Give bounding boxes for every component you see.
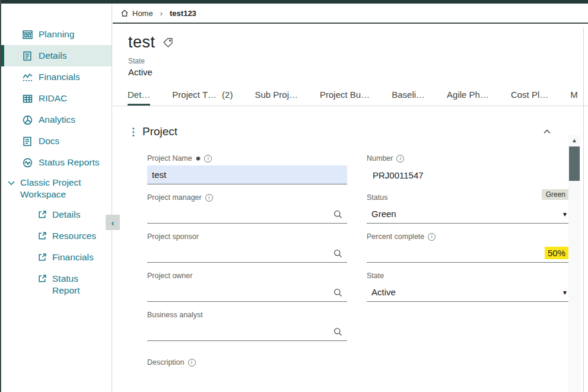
sidebar-subitem-status-report[interactable]: Status Report	[1, 268, 112, 297]
project-workspace-window: Planning Details Financials RIDAC	[0, 0, 588, 392]
search-icon[interactable]	[333, 249, 342, 258]
info-icon: i	[396, 155, 404, 162]
info-icon: i	[205, 194, 213, 202]
sidebar-item-label: Planning	[39, 29, 74, 40]
dropdown-caret-icon: ▼	[562, 211, 568, 218]
external-link-icon	[38, 253, 47, 262]
search-icon[interactable]	[333, 210, 342, 219]
breadcrumb-current: test123	[170, 9, 196, 18]
scroll-up-arrow-icon[interactable]: ▲	[568, 135, 580, 145]
external-link-icon	[38, 274, 47, 283]
tab-details[interactable]: Det…	[128, 90, 150, 106]
field-label: Project Name	[147, 154, 192, 162]
field-project-sponsor: Project sponsor	[147, 231, 347, 263]
field-number: Number i PRJ0011547	[367, 152, 570, 184]
tag-icon[interactable]	[163, 37, 173, 48]
field-percent-complete: Percent complete i 50%	[367, 231, 570, 263]
content-right-border	[583, 27, 584, 392]
status-badge: Green	[542, 189, 570, 200]
sidebar-item-label: Financials	[39, 72, 80, 82]
sidebar-item-financials[interactable]: Financials	[1, 66, 112, 88]
record-header: test State Active	[113, 24, 588, 77]
document-icon	[23, 51, 33, 61]
sidebar-item-status-reports[interactable]: Status Reports	[1, 152, 112, 173]
project-owner-input[interactable]	[147, 283, 347, 302]
info-icon: i	[188, 359, 196, 366]
scrollbar-thumb[interactable]	[569, 146, 580, 181]
sidebar-item-analytics[interactable]: Analytics	[1, 109, 112, 130]
breadcrumb: Home › test123	[113, 4, 588, 24]
info-icon: i	[428, 233, 436, 241]
external-link-icon	[38, 231, 47, 240]
section-collapse-icon[interactable]	[542, 127, 552, 136]
sidebar-item-label: Details	[39, 50, 66, 61]
pie-chart-icon	[23, 115, 33, 125]
tab-agile-phases[interactable]: Agile Ph…	[447, 90, 489, 106]
document-icon	[23, 136, 33, 146]
sidebar-subitem-financials[interactable]: Financials	[1, 247, 112, 268]
field-project-manager: Project manager i	[147, 192, 347, 224]
tab-more[interactable]: M	[570, 90, 578, 106]
sidebar-group-classic-project-workspace[interactable]: Classic Project Workspace	[1, 173, 112, 204]
sidebar-subitem-label: Details	[52, 209, 100, 221]
sidebar-subitem-label: Resources	[52, 230, 100, 242]
main-panel: Home › test123 test State Active Det… Pr…	[113, 4, 588, 392]
field-project-owner: Project owner	[147, 270, 347, 302]
project-section-header: ⋮ Project	[128, 125, 552, 138]
pulse-circle-icon	[23, 158, 33, 168]
sidebar-item-ridac[interactable]: RIDAC	[1, 88, 112, 109]
field-label: Business analyst	[147, 311, 203, 319]
sidebar-item-details[interactable]: Details	[1, 45, 112, 66]
tab-baselines[interactable]: Baseli…	[392, 90, 425, 106]
state-select[interactable]: Active ▼	[367, 283, 570, 302]
sidebar-group-label: Classic Project Workspace	[20, 177, 90, 200]
sidebar-nav: Planning Details Financials RIDAC	[1, 24, 112, 297]
table-icon	[23, 94, 33, 104]
sidebar-item-label: Analytics	[39, 114, 75, 125]
sidebar-item-label: Status Reports	[39, 157, 100, 168]
sidebar-item-docs[interactable]: Docs	[1, 130, 112, 152]
vertical-scrollbar[interactable]: ▲	[568, 135, 580, 392]
status-select[interactable]: Green ▼	[367, 205, 570, 224]
field-label: Project sponsor	[147, 232, 199, 241]
field-status: Status Green Green ▼	[367, 192, 570, 224]
sidebar-subitem-resources[interactable]: Resources	[1, 225, 112, 247]
page-title: test	[128, 33, 155, 52]
sidebar-collapse-button[interactable]: ‹	[106, 215, 120, 230]
drag-handle-icon[interactable]: ⋮	[128, 126, 140, 138]
field-state: State Active ▼	[367, 270, 570, 302]
field-label: Project manager	[147, 193, 202, 202]
external-link-icon	[38, 210, 47, 219]
field-business-analyst: Business analyst	[147, 309, 347, 341]
project-manager-input[interactable]	[147, 205, 347, 224]
breadcrumb-home[interactable]: Home	[132, 9, 153, 18]
tab-strip: Det… Project T…(2) Sub Proj… Project Bu……	[113, 85, 588, 106]
project-sponsor-input[interactable]	[147, 244, 347, 263]
search-icon[interactable]	[333, 288, 342, 297]
sidebar: Planning Details Financials RIDAC	[1, 4, 112, 392]
tab-project-tasks[interactable]: Project T…(2)	[172, 90, 233, 106]
tab-project-budgets[interactable]: Project Bu…	[320, 90, 370, 106]
field-label: State	[367, 272, 384, 280]
sidebar-subitem-details[interactable]: Details	[1, 204, 112, 225]
search-icon[interactable]	[333, 327, 342, 336]
field-label: Status	[367, 193, 387, 202]
tab-cost-plans[interactable]: Cost Pl…	[511, 90, 548, 106]
project-name-input[interactable]: test	[147, 165, 347, 184]
header-state-label: State	[128, 57, 588, 65]
percent-complete-input[interactable]: 50%	[367, 244, 570, 263]
breadcrumb-separator: ›	[160, 9, 163, 18]
sidebar-item-label: Docs	[39, 136, 59, 146]
field-label: Percent complete	[367, 232, 424, 241]
sidebar-item-planning[interactable]: Planning	[1, 24, 112, 45]
project-form-grid: Project Name ✱ i test Number i PRJ001154…	[147, 152, 588, 375]
chevron-down-icon	[7, 179, 15, 187]
field-label: Number	[367, 154, 393, 162]
details-form: ⋮ Project Project Name ✱ i test	[113, 106, 588, 375]
field-empty	[367, 309, 570, 341]
percent-complete-value: 50%	[545, 247, 568, 259]
business-analyst-input[interactable]	[147, 322, 347, 341]
tab-sub-projects[interactable]: Sub Proj…	[255, 90, 298, 106]
field-project-name: Project Name ✱ i test	[147, 152, 347, 184]
dropdown-caret-icon: ▼	[562, 289, 568, 296]
